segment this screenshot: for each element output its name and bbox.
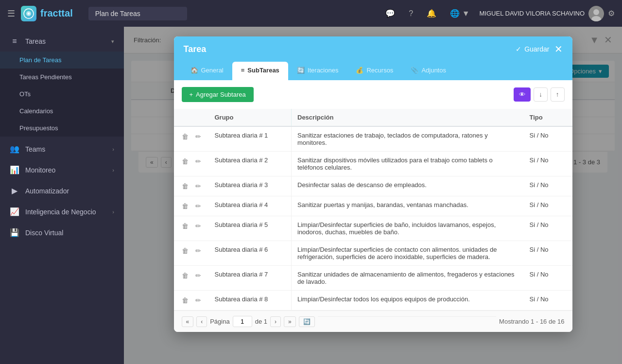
row-action-buttons: 🗑 ✏ xyxy=(180,132,203,141)
edit-row-btn[interactable]: ✏ xyxy=(193,156,203,166)
sidebar-item-automatizador[interactable]: ▶ Automatizador xyxy=(0,180,124,201)
notifications-icon[interactable]: 🔔 xyxy=(423,7,440,20)
edit-row-btn[interactable]: ✏ xyxy=(193,246,203,256)
chat-icon[interactable]: 💬 xyxy=(381,7,399,20)
subtask-row: 🗑 ✏ Subtarea diaria # 3 Desinfectar sala… xyxy=(174,176,572,196)
language-icon[interactable]: 🌐 ▼ xyxy=(446,7,473,20)
delete-row-btn[interactable]: 🗑 xyxy=(180,181,190,191)
logo: fracttal xyxy=(21,6,73,21)
row-action-buttons: 🗑 ✏ xyxy=(180,156,203,166)
download-button[interactable]: ↓ xyxy=(534,87,548,102)
avatar[interactable] xyxy=(588,6,604,21)
modal-prev-btn[interactable]: ‹ xyxy=(196,316,207,327)
modal-first-btn[interactable]: « xyxy=(182,316,194,327)
calendarios-label: Calendarios xyxy=(19,107,53,115)
subtask-description: Sanitizar dispositivos móviles utilizado… xyxy=(292,152,524,176)
disco-icon: 💾 xyxy=(10,228,19,237)
sidebar-item-label: Tareas xyxy=(25,37,105,45)
tab-recursos[interactable]: 💰 Recursos xyxy=(347,62,402,80)
add-subtask-button[interactable]: + Agregar Subtarea xyxy=(182,87,254,102)
modal-toolbar: + Agregar Subtarea 👁 ↓ ↑ xyxy=(174,80,572,109)
sidebar-item-monitoreo[interactable]: 📊 Monitoreo › xyxy=(0,159,124,180)
tareas-arrow: ▾ xyxy=(111,38,114,45)
sidebar-item-disco-virtual[interactable]: 💾 Disco Virtual xyxy=(0,222,124,243)
subtask-row: 🗑 ✏ Subtarea diaria # 4 Sanitizar puerta… xyxy=(174,196,572,216)
sidebar-item-inteligencia[interactable]: 📈 Inteligencia de Negocio › xyxy=(0,201,124,222)
delete-row-btn[interactable]: 🗑 xyxy=(180,246,190,256)
sidebar-item-tareas[interactable]: ≡ Tareas ▾ xyxy=(0,31,124,52)
subtask-row: 🗑 ✏ Subtarea diaria # 8 Limpiar/Desinfec… xyxy=(174,291,572,311)
upload-button[interactable]: ↑ xyxy=(551,87,565,102)
edit-row-btn[interactable]: ✏ xyxy=(193,132,203,141)
modal-overlay: Tarea ✓ Guardar ✕ 🏠 General ≡ SubT xyxy=(124,27,622,364)
delete-row-btn[interactable]: 🗑 xyxy=(180,295,190,305)
modal-showing-text: Mostrando 1 - 16 de 16 xyxy=(499,318,564,325)
sidebar-item-presupuestos[interactable]: Presupuestos xyxy=(0,120,124,137)
modal-header: Tarea ✓ Guardar ✕ xyxy=(174,36,572,62)
row-action-buttons: 🗑 ✏ xyxy=(180,246,203,256)
modal-last-btn[interactable]: » xyxy=(284,316,296,327)
edit-row-btn[interactable]: ✏ xyxy=(193,201,203,211)
subtask-type: Si / No xyxy=(524,176,572,196)
modal-next-btn[interactable]: › xyxy=(270,316,281,327)
delete-row-btn[interactable]: 🗑 xyxy=(180,221,190,231)
subtask-group: Subtarea diaria # 3 xyxy=(209,176,292,196)
recursos-icon: 💰 xyxy=(356,67,363,74)
sidebar-item-plan-de-tareas[interactable]: Plan de Tareas xyxy=(0,52,124,69)
inteligencia-label: Inteligencia de Negocio xyxy=(25,208,106,216)
subtask-type: Si / No xyxy=(524,216,572,241)
teams-label: Teams xyxy=(25,145,106,153)
help-icon[interactable]: ? xyxy=(405,7,417,20)
menu-icon[interactable]: ☰ xyxy=(7,8,15,19)
tab-general[interactable]: 🏠 General xyxy=(182,62,232,80)
subtask-type: Si / No xyxy=(524,126,572,152)
view-button[interactable]: 👁 xyxy=(514,87,531,102)
tab-subtareas[interactable]: ≡ SubTareas xyxy=(232,62,288,80)
subtask-type: Si / No xyxy=(524,196,572,216)
subtask-group: Subtarea diaria # 1 xyxy=(209,126,292,152)
tab-adjuntos[interactable]: 📎 Adjuntos xyxy=(402,62,455,80)
col-description: Descripción xyxy=(292,109,524,126)
monitoreo-label: Monitoreo xyxy=(25,166,106,174)
edit-row-btn[interactable]: ✏ xyxy=(193,221,203,231)
settings-icon[interactable]: ⚙ xyxy=(608,9,615,18)
download-icon: ↓ xyxy=(539,91,542,98)
edit-row-btn[interactable]: ✏ xyxy=(193,181,203,191)
edit-row-btn[interactable]: ✏ xyxy=(193,271,203,280)
sidebar-item-tareas-pendientes[interactable]: Tareas Pendientes xyxy=(0,69,124,86)
adjuntos-icon: 📎 xyxy=(411,67,418,74)
sidebar-item-ots[interactable]: OTs xyxy=(0,86,124,103)
delete-row-btn[interactable]: 🗑 xyxy=(180,271,190,280)
tareas-icon: ≡ xyxy=(10,37,19,46)
modal-refresh-btn[interactable]: 🔄 xyxy=(299,316,315,327)
sidebar-item-teams[interactable]: 👥 Teams › xyxy=(0,139,124,159)
modal-page-input[interactable] xyxy=(233,316,252,327)
plus-icon: + xyxy=(190,91,193,98)
home-icon: 🏠 xyxy=(190,67,198,74)
eye-icon: 👁 xyxy=(519,91,525,98)
plan-title-input[interactable] xyxy=(88,7,187,20)
delete-row-btn[interactable]: 🗑 xyxy=(180,201,190,211)
modal-close-button[interactable]: ✕ xyxy=(554,43,563,55)
user-name: MIGUEL DAVID VILORIA SCHAVINO xyxy=(480,10,585,17)
subtask-description: Sanitizar estaciones de trabajo, teclado… xyxy=(292,126,524,152)
subtask-description: Limpiar/Desinfectar todos los equipos eq… xyxy=(292,291,524,311)
delete-row-btn[interactable]: 🗑 xyxy=(180,156,190,166)
subtask-type: Si / No xyxy=(524,241,572,266)
modal-page-label: Página xyxy=(210,318,229,325)
modal-tabs: 🏠 General ≡ SubTareas 🔄 Iteraciones 💰 Re… xyxy=(174,62,572,80)
delete-row-btn[interactable]: 🗑 xyxy=(180,132,190,141)
sidebar-sub-tareas: Plan de Tareas Tareas Pendientes OTs Cal… xyxy=(0,52,124,137)
svg-point-4 xyxy=(593,9,599,15)
edit-row-btn[interactable]: ✏ xyxy=(193,295,203,305)
modal-save-button[interactable]: ✓ Guardar xyxy=(516,45,549,53)
modal-title: Tarea xyxy=(184,44,511,54)
subtask-description: Desinfectar salas de descanso de emplead… xyxy=(292,176,524,196)
row-action-buttons: 🗑 ✏ xyxy=(180,271,203,280)
subtask-description: Sanitizar unidades de almacenamiento de … xyxy=(292,266,524,291)
presupuestos-label: Presupuestos xyxy=(19,124,58,132)
sidebar-item-calendarios[interactable]: Calendarios xyxy=(0,103,124,120)
tab-iteraciones[interactable]: 🔄 Iteraciones xyxy=(288,62,347,80)
subtask-type: Si / No xyxy=(524,266,572,291)
subtask-row: 🗑 ✏ Subtarea diaria # 6 Limpiar/Desinfec… xyxy=(174,241,572,266)
